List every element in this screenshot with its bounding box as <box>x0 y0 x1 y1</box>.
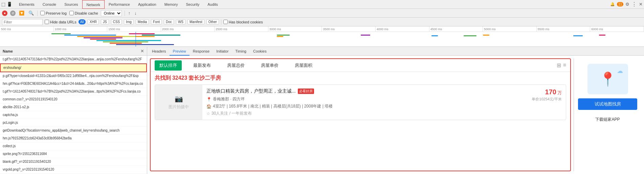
sort-icons: ⊞ ≡ <box>557 62 566 69</box>
more-icon[interactable]: ⋮ <box>631 1 637 7</box>
tab-response[interactable]: Response <box>190 47 213 56</box>
tab-audits[interactable]: Audits <box>203 0 222 9</box>
list-item[interactable]: getDownloadQr?location=menu_app&ljweb_ch… <box>0 127 147 135</box>
filter-js[interactable]: JS <box>101 19 109 24</box>
network-items-list[interactable]: t.gif?r=1611405747313&d=%7B%22pid%22%3A%… <box>0 56 147 174</box>
tab-headers[interactable]: Headers <box>149 47 170 56</box>
stop-button[interactable]: ⊘ <box>10 11 16 16</box>
filter-all[interactable]: All <box>79 19 86 24</box>
list-item[interactable]: captcha.js <box>0 111 147 119</box>
tab-console[interactable]: Console <box>39 0 60 9</box>
price-amount: 170 <box>545 88 556 96</box>
result-suffix: 套长沙二手房 <box>188 75 221 81</box>
star-icon: ☆ <box>206 111 210 116</box>
export-button[interactable]: ↓ <box>134 11 137 16</box>
property-card[interactable]: 📷 图片拍摄中 正地铁口精装大四房，户型周正，业主诚... 必看好房 📍 香梅雅… <box>155 84 566 120</box>
filter-img[interactable]: Img <box>124 19 134 24</box>
filter-manifest[interactable]: Manifest <box>187 19 204 24</box>
filter-css[interactable]: CSS <box>111 19 122 24</box>
timeline-bars <box>0 32 644 46</box>
sort-bar: 默认排序 最新发布 房屋总价 房屋单价 房屋面积 ⊞ ≡ <box>151 59 570 72</box>
separator <box>37 11 38 16</box>
sort-default[interactable]: 默认排序 <box>155 60 182 71</box>
list-item-ershoufang[interactable]: ershoufang/ <box>0 63 147 72</box>
tab-sources[interactable]: Sources <box>60 0 82 9</box>
sort-newest[interactable]: 最新发布 <box>188 60 216 71</box>
filter-input[interactable] <box>2 19 43 25</box>
hide-data-urls-checkbox[interactable]: Hide data URLs <box>45 20 76 24</box>
grid-icon[interactable]: ⊞ <box>557 62 561 69</box>
inspect-icon[interactable]: ⬚ <box>1 2 5 7</box>
filter-media[interactable]: Media <box>136 19 149 24</box>
list-item[interactable]: sprite.png?t=1551236311684 <box>0 150 147 158</box>
list-item[interactable]: t.gif?r=1611405747313&d=%7B%22pid%22%3A%… <box>0 56 147 63</box>
list-header: Name ✕ <box>0 47 147 56</box>
tick-6000: 6000 ms <box>590 26 644 32</box>
img-placeholder-text: 图片拍摄中 <box>169 104 189 110</box>
tick-4000: 4000 ms <box>376 26 429 32</box>
tab-performance[interactable]: Performance <box>105 0 134 9</box>
specs-text: 4室2厅 | 165.8平米 | 南北 | 精装 | 高楼层(共18层) | 2… <box>213 103 333 109</box>
list-item[interactable]: abclite-2011-s2.js <box>0 103 147 111</box>
blocked-cookies-checkbox[interactable]: Has blocked cookies <box>223 20 263 24</box>
close-icon[interactable]: ✕ <box>639 2 643 7</box>
filter-xhr[interactable]: XHR <box>88 19 99 24</box>
list-item[interactable]: t.gif?r=1611405748317&d=%7B%22pid%22%3A%… <box>0 88 147 96</box>
tab-preview[interactable]: Preview <box>170 47 190 56</box>
settings-icon[interactable]: ⚙ <box>625 2 629 7</box>
preserve-log-checkbox[interactable]: Preserve log <box>40 11 67 15</box>
tab-security[interactable]: Security <box>182 0 203 9</box>
filter-row: Hide data URLs All XHR JS CSS Img Media … <box>0 18 644 26</box>
map-pin-icon: 📍 <box>599 71 616 87</box>
property-info: 正地铁口精装大四房，户型周正，业主诚... 必看好房 📍 香梅雅郡 · 四方坪 … <box>202 85 566 120</box>
tab-application[interactable]: Application <box>134 0 160 9</box>
filter-font[interactable]: Font <box>151 19 162 24</box>
location-text: 香梅雅郡 · 四方坪 <box>213 96 245 102</box>
tab-timing[interactable]: Timing <box>232 47 250 56</box>
network-list-panel: Name ✕ t.gif?r=1611405747313&d=%7B%22pid… <box>0 47 147 174</box>
price-per-sqm: 单价10254元/平米 <box>532 97 562 102</box>
list-item[interactable]: vrgold.png?_v=202101191540120 <box>0 166 147 174</box>
disable-cache-input[interactable] <box>69 11 74 15</box>
list-item[interactable]: blank.gif?_v=202101191540120 <box>0 158 147 166</box>
list-item[interactable]: hm.js?9152f8221cb6243a53c83b956842be8a <box>0 135 147 142</box>
preserve-log-input[interactable] <box>40 11 45 15</box>
list-item[interactable]: pcLogin.js <box>0 119 147 127</box>
list-item[interactable]: collect.js <box>0 142 147 150</box>
devtools-tab-bar: ⬚ 📱 Elements Console Sources Network Per… <box>0 0 644 9</box>
stats-text: 30人关注 / 一年前发布 <box>212 111 252 116</box>
filter-other[interactable]: Other <box>206 19 219 24</box>
bell-count: 11 <box>617 2 623 6</box>
tab-elements[interactable]: Elements <box>15 0 39 9</box>
bell-icon[interactable]: 🔔 <box>610 2 615 6</box>
import-button[interactable]: ↑ <box>128 11 131 16</box>
list-item[interactable]: p.gif?type=close&sid=41331c2&uid=5f65c32… <box>0 72 147 80</box>
blocked-cookies-input[interactable] <box>223 20 228 24</box>
filter-button[interactable]: 🔽 <box>18 11 25 16</box>
tab-initiator[interactable]: Initiator <box>213 47 232 56</box>
list-item[interactable]: common.css?_v=202101191540120 <box>0 96 147 103</box>
try-map-button[interactable]: 试试地图找房 <box>578 98 637 110</box>
device-icon[interactable]: 📱 <box>7 2 12 7</box>
filter-ws[interactable]: WS <box>176 19 185 24</box>
devtools-icons: ⬚ 📱 <box>1 2 12 7</box>
hide-data-urls-input[interactable] <box>45 20 49 24</box>
disable-cache-checkbox[interactable]: Disable cache <box>69 11 98 15</box>
price-display: 170 万 <box>532 88 562 96</box>
throttle-select[interactable]: Online <box>101 10 122 16</box>
list-close-button[interactable]: ✕ <box>138 49 147 54</box>
sort-unit-price[interactable]: 房屋单价 <box>256 60 283 71</box>
list-item[interactable]: hm.gif?hca=F0EBC9E6034A11A4&cc=1&cl=24-b… <box>0 80 147 88</box>
tab-memory[interactable]: Memory <box>160 0 182 9</box>
sort-total-price[interactable]: 房屋总价 <box>222 60 249 71</box>
tab-network[interactable]: Network <box>82 0 105 9</box>
property-title-text: 正地铁口精装大四房，户型周正，业主诚... <box>206 88 296 94</box>
sort-area[interactable]: 房屋面积 <box>290 60 317 71</box>
search-button[interactable]: 🔍 <box>28 11 35 16</box>
list-icon[interactable]: ≡ <box>563 62 566 69</box>
tab-cookies[interactable]: Cookies <box>250 47 270 56</box>
download-app-text: 下载链家APP <box>595 117 620 122</box>
record-button[interactable]: ● <box>2 11 7 16</box>
result-number: 32423 <box>172 75 187 81</box>
filter-doc[interactable]: Doc <box>164 19 174 24</box>
